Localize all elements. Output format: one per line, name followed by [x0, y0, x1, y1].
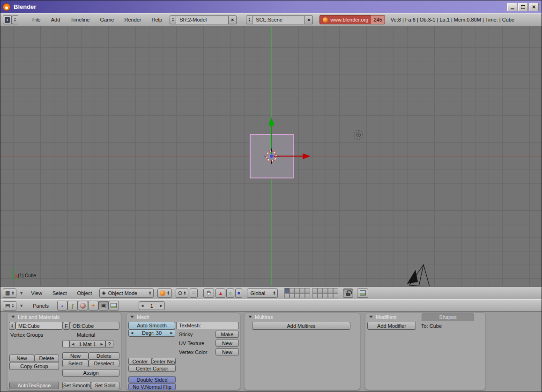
vertex-group-new-button[interactable]: New	[9, 355, 34, 362]
blender-org-version-badge[interactable]: www.blender.org 245	[319, 15, 385, 24]
move-object-centers-button[interactable]: ∷	[190, 288, 198, 298]
menu-render[interactable]: Render	[124, 17, 141, 22]
pivot-selector[interactable]: Ω ▲▼	[176, 288, 188, 298]
menu-add[interactable]: Add	[51, 17, 60, 22]
camera-object[interactable]	[407, 265, 430, 287]
close-button[interactable]: ×	[529, 3, 539, 11]
material-new-button[interactable]: New	[62, 352, 89, 360]
layer-toggle[interactable]	[318, 288, 323, 293]
editor-type-selector[interactable]: ▦ ▲▼	[3, 288, 16, 298]
shading-context-button[interactable]	[78, 301, 88, 311]
manipulator-x-arrowhead-icon[interactable]	[303, 154, 311, 160]
mesh-browse-button[interactable]: ▲▼	[9, 322, 15, 330]
unlink-screen-button[interactable]: ×	[229, 15, 237, 24]
layer-toggle[interactable]	[333, 288, 338, 293]
screen-selector[interactable]: ▲▼ SR:2-Model ×	[170, 15, 237, 24]
autotexspace-toggle[interactable]: AutoTexSpace	[9, 382, 59, 389]
manipulator-toggle-button[interactable]	[203, 288, 214, 298]
layer-toggle[interactable]	[328, 288, 333, 293]
header-menu-collapse-icon[interactable]: ▼	[19, 303, 23, 308]
scale-manipulator-button[interactable]: ■	[235, 288, 242, 298]
center-new-button[interactable]: Center New	[152, 358, 176, 365]
layer-toggle[interactable]	[312, 293, 318, 298]
center-button[interactable]: Center	[128, 358, 152, 365]
layer-toggle[interactable]	[328, 293, 333, 298]
layer-toggle[interactable]	[284, 293, 290, 298]
spinner-arrows-icon[interactable]: ▲▼	[170, 15, 176, 24]
scene-selector-value[interactable]: SCE:Scene	[252, 15, 305, 24]
material-prev-icon[interactable]: ◀	[72, 342, 74, 346]
editor-type-selector[interactable]: i ▲▼	[3, 15, 18, 24]
deselect-button[interactable]: Deselect	[89, 360, 119, 367]
lamp-object[interactable]	[354, 131, 363, 140]
maximize-button[interactable]	[518, 3, 528, 11]
layer-toggle[interactable]	[305, 288, 310, 293]
layer-toggle[interactable]	[323, 293, 328, 298]
spinner-arrows-icon[interactable]: ▲▼	[246, 15, 252, 24]
degr-slider[interactable]: ◀ Degr: 30 ▶	[128, 329, 175, 337]
rotate-manipulator-button[interactable]: ○	[226, 288, 234, 298]
menu-object[interactable]: Object	[77, 290, 92, 296]
add-modifier-button[interactable]: Add Modifier	[367, 322, 416, 330]
editor-type-selector[interactable]: ▤ ▲▼	[3, 301, 16, 311]
texmesh-field[interactable]: TexMesh:	[176, 322, 239, 329]
layer-toggle[interactable]	[305, 293, 310, 298]
add-multires-button[interactable]: Add Multires	[252, 322, 350, 330]
title-bar[interactable]: Blender ×	[0, 0, 542, 13]
object-origin[interactable]	[270, 155, 274, 158]
editing-context-button[interactable]: ▣	[98, 301, 109, 311]
panel-header[interactable]: Mesh	[126, 313, 240, 321]
frame-increment-icon[interactable]: ▶	[160, 304, 163, 308]
lock-layers-button[interactable]	[343, 288, 353, 298]
vertex-group-delete-button[interactable]: Delete	[34, 355, 59, 362]
minimize-button[interactable]	[507, 3, 517, 11]
set-smooth-button[interactable]: Set Smooth	[62, 382, 91, 389]
material-next-icon[interactable]: ▶	[101, 342, 103, 346]
spinner-arrows-icon[interactable]: ▲▼	[12, 15, 18, 24]
draw-mode-selector[interactable]: ▲▼	[157, 288, 172, 298]
scene-selector[interactable]: ▲▼ SCE:Scene ×	[246, 15, 313, 24]
set-solid-button[interactable]: Set Solid	[91, 382, 119, 389]
assign-button[interactable]: Assign	[62, 369, 119, 377]
manipulator-z-arrowhead-icon[interactable]	[268, 117, 275, 126]
fake-user-button[interactable]: F	[63, 322, 70, 330]
material-index-selector[interactable]: ◀ 1 Mat 1 ▶	[69, 340, 105, 348]
unlink-scene-button[interactable]: ×	[305, 15, 313, 24]
material-question-button[interactable]: ?	[105, 340, 113, 348]
mesh-name-field[interactable]: ME:Cube	[15, 322, 63, 330]
object-context-button[interactable]: +	[88, 301, 98, 311]
layer-toggle[interactable]	[290, 288, 295, 293]
script-context-button[interactable]: ∫	[67, 301, 78, 311]
scene-context-button[interactable]	[109, 301, 119, 311]
auto-smooth-toggle[interactable]: Auto Smooth	[128, 322, 175, 329]
header-menu-collapse-icon[interactable]: ▼	[19, 291, 23, 296]
layer-toggle[interactable]	[295, 293, 300, 298]
mode-selector[interactable]: ◈ Object Mode ▲▼	[99, 288, 154, 298]
translate-manipulator-button[interactable]: ▲	[215, 288, 225, 298]
layer-toggle[interactable]	[300, 293, 305, 298]
frame-number-stepper[interactable]: ◀ 1 ▶	[139, 301, 165, 310]
layer-toggle[interactable]	[300, 288, 305, 293]
layer-toggle[interactable]	[290, 293, 295, 298]
vertex-color-new-button[interactable]: New	[215, 348, 239, 355]
layer-toggle[interactable]	[318, 293, 323, 298]
sticky-make-button[interactable]: Make	[215, 331, 239, 338]
degr-decrement-icon[interactable]: ◀	[131, 331, 133, 335]
orientation-selector[interactable]: Global ▲▼	[247, 288, 278, 298]
menu-view[interactable]: View	[31, 290, 42, 296]
layer-toggle[interactable]	[284, 288, 290, 293]
double-sided-toggle[interactable]: Double Sided	[128, 376, 176, 383]
degr-increment-icon[interactable]: ▶	[171, 331, 173, 335]
menu-game[interactable]: Game	[100, 17, 114, 22]
uv-texture-new-button[interactable]: New	[215, 340, 239, 347]
logic-context-button[interactable]: ◕	[57, 301, 67, 311]
menu-help[interactable]: Help	[152, 17, 163, 22]
object-name-field[interactable]: OB:Cube	[70, 322, 119, 330]
screen-selector-value[interactable]: SR:2-Model	[176, 15, 229, 24]
panel-header[interactable]: Multires	[245, 313, 360, 321]
layer-toggle[interactable]	[312, 288, 318, 293]
layer-toggle[interactable]	[295, 288, 300, 293]
menu-timeline[interactable]: Timeline	[70, 17, 89, 22]
panel-header[interactable]: Link and Materials	[7, 313, 121, 321]
menu-select[interactable]: Select	[52, 290, 67, 296]
